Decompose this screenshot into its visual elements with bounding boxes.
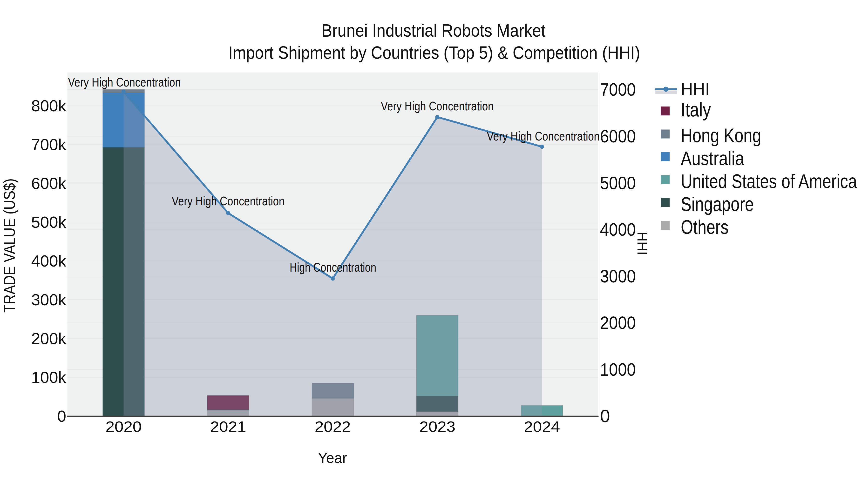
svg-text:200k: 200k [31,329,66,348]
svg-text:2022: 2022 [315,418,351,435]
svg-text:5000: 5000 [600,173,636,193]
svg-text:3000: 3000 [600,266,636,286]
svg-text:2021: 2021 [210,418,246,435]
svg-text:1000: 1000 [600,359,636,380]
svg-text:TRADE VALUE (US$): TRADE VALUE (US$) [0,178,18,313]
svg-text:Others: Others [681,216,728,238]
svg-text:4000: 4000 [600,219,636,239]
svg-text:700k: 700k [31,135,66,154]
svg-text:HHI: HHI [681,79,710,99]
svg-text:400k: 400k [31,252,66,270]
svg-text:600k: 600k [31,174,66,192]
svg-text:300k: 300k [31,291,66,309]
svg-text:800k: 800k [31,97,66,115]
svg-text:Australia: Australia [681,147,744,169]
svg-text:0: 0 [57,407,66,425]
svg-text:Import Shipment by Countries (: Import Shipment by Countries (Top 5) & C… [228,43,640,63]
svg-text:Very High Concentration: Very High Concentration [381,99,494,113]
svg-text:Hong Kong: Hong Kong [681,124,762,146]
svg-text:Very High Concentration: Very High Concentration [172,194,284,208]
svg-text:Italy: Italy [681,99,711,121]
svg-text:0: 0 [600,406,610,426]
svg-text:2020: 2020 [105,418,142,435]
svg-text:Brunei Industrial Robots Marke: Brunei Industrial Robots Market [322,21,546,40]
svg-text:High Concentration: High Concentration [290,260,376,274]
svg-text:6000: 6000 [600,126,636,146]
svg-text:United States of America: United States of America [681,170,857,192]
svg-text:2000: 2000 [600,313,636,333]
svg-text:Year: Year [318,450,347,466]
svg-text:Singapore: Singapore [681,193,754,215]
svg-text:7000: 7000 [600,79,636,100]
svg-text:Very High Concentration: Very High Concentration [68,75,181,89]
svg-text:2023: 2023 [419,418,456,435]
svg-text:2024: 2024 [524,418,560,435]
svg-text:100k: 100k [31,368,66,386]
svg-text:Very High Concentration: Very High Concentration [487,129,600,143]
svg-text:HHI: HHI [634,232,651,255]
svg-text:500k: 500k [31,213,66,231]
